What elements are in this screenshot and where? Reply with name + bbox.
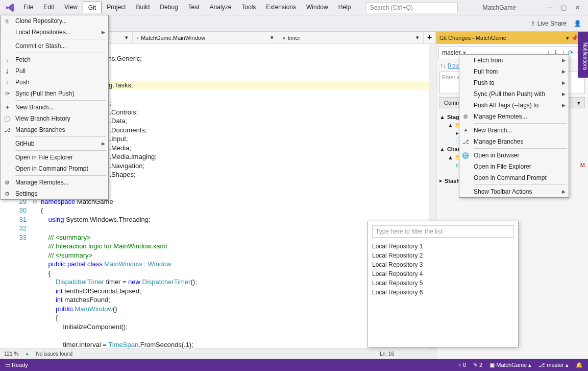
- menu-item[interactable]: 🌐Open in Browser: [459, 150, 569, 161]
- zoom-level[interactable]: 121 %: [4, 351, 18, 357]
- issues-status: No issues found: [36, 351, 72, 357]
- repo-filter-input[interactable]: Type here to filter the list: [372, 225, 514, 238]
- menu-edit[interactable]: Edit: [38, 2, 59, 13]
- menu-item[interactable]: ⎘Clone Repository...: [1, 15, 108, 27]
- maximize-icon[interactable]: ▢: [561, 4, 567, 11]
- menu-item[interactable]: Sync (Pull then Push) with▶: [459, 88, 569, 100]
- menu-analyze[interactable]: Analyze: [205, 2, 237, 13]
- minimize-icon[interactable]: —: [547, 4, 553, 11]
- menu-item[interactable]: ⚙Manage Remotes...: [1, 177, 108, 188]
- repo-item[interactable]: Local Repository 3: [372, 260, 514, 269]
- dropdown-icon[interactable]: ▾: [566, 35, 569, 41]
- live-share-icon: ⇪: [530, 20, 535, 27]
- menu-item[interactable]: Open in Command Prompt: [459, 172, 569, 183]
- menu-item[interactable]: ⭳Pull: [1, 65, 108, 77]
- vs-logo-icon: [5, 3, 15, 13]
- menu-item[interactable]: ✦New Branch...: [1, 102, 108, 113]
- push-count[interactable]: ↑ 0: [458, 362, 466, 368]
- menu-item[interactable]: ⚙Manage Remotes...: [459, 111, 569, 122]
- menu-item[interactable]: 🕘View Branch History: [1, 113, 108, 124]
- nav-member[interactable]: ●timer▾: [278, 32, 424, 43]
- person-icon[interactable]: 👤: [572, 18, 583, 29]
- branch-indicator[interactable]: ⎇ master ▴: [538, 362, 569, 368]
- project-indicator[interactable]: ▣ MatchGame ▴: [489, 362, 531, 368]
- repo-item[interactable]: Local Repository 6: [372, 288, 514, 297]
- menu-item[interactable]: ⚙Settings: [1, 188, 108, 199]
- menu-item[interactable]: Pull from▶: [459, 66, 569, 77]
- menu-item[interactable]: ✦New Branch...: [459, 125, 569, 136]
- split-icon[interactable]: ✚: [424, 32, 436, 43]
- menu-item[interactable]: Open in File Explorer: [459, 161, 569, 172]
- menu-file[interactable]: File: [18, 2, 38, 13]
- branch-name: master: [442, 49, 461, 56]
- menu-extensions[interactable]: Extensions: [261, 2, 301, 13]
- menu-item[interactable]: Push All Tags (--tags) to▶: [459, 100, 569, 111]
- menu-git[interactable]: Git: [83, 2, 102, 13]
- ready-status: ▭ Ready: [5, 362, 28, 368]
- menu-item[interactable]: Open in File Explorer: [1, 152, 108, 163]
- git-panel-header: Git Changes - MatchGame ▾ 📌 ✕: [436, 32, 588, 44]
- search-input[interactable]: Search (Ctrl+Q): [366, 2, 458, 13]
- menu-tools[interactable]: Tools: [236, 2, 261, 13]
- menu-test[interactable]: Test: [183, 2, 205, 13]
- window-title: MatchGame: [458, 4, 541, 11]
- menu-item[interactable]: Commit or Stash...: [1, 40, 108, 52]
- nav-class[interactable]: ▪MatchGame.MainWindow▾: [133, 32, 278, 43]
- git-actions-menu: Fetch from▶Pull from▶Push to▶Sync (Pull …: [459, 54, 569, 198]
- menu-item[interactable]: Fetch from▶: [459, 55, 569, 66]
- menu-item[interactable]: ↓Fetch: [1, 54, 108, 65]
- menu-project[interactable]: Project: [102, 2, 131, 13]
- menu-view[interactable]: View: [59, 2, 83, 13]
- repo-item[interactable]: Local Repository 1: [372, 242, 514, 251]
- pin-icon[interactable]: 📌: [571, 35, 578, 41]
- close-icon[interactable]: ✕: [575, 4, 580, 11]
- menu-item[interactable]: Local Repositories...▶: [1, 27, 108, 38]
- menu-item[interactable]: GitHub▶: [1, 138, 108, 149]
- menu-item[interactable]: ⎇Manage Branches: [1, 124, 108, 135]
- notifications-tab[interactable]: Notifications: [578, 32, 588, 78]
- git-dropdown-menu: ⎘Clone Repository...Local Repositories..…: [1, 15, 109, 200]
- bell-icon[interactable]: 🔔: [576, 362, 583, 368]
- menu-item[interactable]: Push to▶: [459, 77, 569, 88]
- menu-help[interactable]: Help: [333, 2, 356, 13]
- changes-count[interactable]: ✎ 2: [473, 362, 482, 368]
- status-bar: ▭ Ready ↑ 0 ✎ 2 ▣ MatchGame ▴ ⎇ master ▴…: [0, 359, 588, 371]
- git-panel-title: Git Changes - MatchGame: [439, 35, 506, 41]
- repo-item[interactable]: Local Repository 4: [372, 269, 514, 279]
- menubar: FileEditViewGitProjectBuildDebugTestAnal…: [0, 0, 588, 15]
- local-repos-popup: Type here to filter the list Local Repos…: [368, 221, 519, 347]
- menu-window[interactable]: Window: [301, 2, 333, 13]
- line-indicator: Ln: 16: [380, 351, 394, 357]
- menu-debug[interactable]: Debug: [155, 2, 183, 13]
- menu-item[interactable]: ↑Push: [1, 77, 108, 88]
- menu-item[interactable]: ⎇Manage Branches: [459, 136, 569, 147]
- repo-item[interactable]: Local Repository 5: [372, 279, 514, 288]
- repo-item[interactable]: Local Repository 2: [372, 251, 514, 260]
- menu-build[interactable]: Build: [131, 2, 155, 13]
- menu-item[interactable]: ⟳Sync (Pull then Push): [1, 88, 108, 99]
- editor-footer: 121 % ● No issues found Ln: 16: [0, 349, 436, 359]
- menu-item[interactable]: Show Toolbar Actions▶: [459, 186, 569, 197]
- menu-item[interactable]: Open in Command Prompt: [1, 163, 108, 174]
- live-share-button[interactable]: ⇪ Live Share: [530, 20, 567, 27]
